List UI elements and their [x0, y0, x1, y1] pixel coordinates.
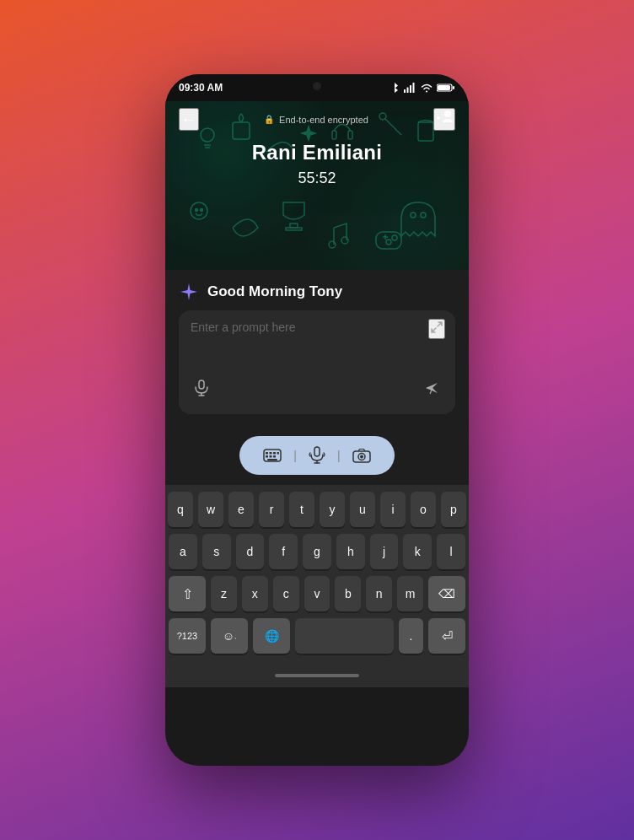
keyboard-row-1: q w e r t y u i o p	[169, 492, 465, 527]
svg-rect-29	[266, 452, 268, 455]
chat-header: ← 🔒 End-to-end encrypted Rani Emiliani 5…	[165, 101, 469, 270]
numbers-key[interactable]: ?123	[169, 618, 206, 654]
svg-rect-37	[314, 447, 320, 456]
svg-rect-3	[413, 83, 415, 93]
expand-icon	[430, 320, 443, 334]
key-w[interactable]: w	[198, 492, 223, 527]
key-c[interactable]: c	[273, 576, 299, 611]
shift-key[interactable]: ⇧	[169, 576, 206, 611]
svg-rect-0	[404, 89, 406, 93]
period-key[interactable]: .	[399, 618, 423, 654]
prompt-mic-button[interactable]	[191, 376, 212, 404]
battery-icon	[437, 83, 455, 93]
divider-2: |	[337, 449, 341, 462]
emoji-key[interactable]: ☺,	[211, 618, 248, 654]
phone-frame: 09:30 AM	[165, 74, 469, 766]
keyboard-row-2: a s d f g h j k l	[169, 534, 465, 569]
encryption-label: End-to-end encrypted	[279, 115, 368, 125]
mic-icon	[194, 380, 209, 396]
key-r[interactable]: r	[259, 492, 284, 527]
key-e[interactable]: e	[228, 492, 254, 527]
key-v[interactable]: v	[304, 576, 330, 611]
bluetooth-icon	[390, 82, 400, 94]
prompt-actions	[191, 373, 443, 404]
svg-point-42	[360, 455, 363, 459]
svg-rect-35	[273, 455, 276, 458]
ai-greeting: Good Morning Tony	[179, 282, 455, 302]
ai-greeting-text: Good Morning Tony	[207, 283, 342, 300]
svg-rect-25	[199, 380, 204, 389]
key-i[interactable]: i	[380, 492, 406, 527]
key-j[interactable]: j	[370, 534, 399, 569]
key-q[interactable]: q	[168, 492, 193, 527]
ai-star-icon	[179, 282, 199, 302]
globe-key[interactable]: 🌐	[253, 618, 290, 654]
status-time: 09:30 AM	[179, 82, 223, 94]
key-h[interactable]: h	[336, 534, 365, 569]
key-u[interactable]: u	[350, 492, 375, 527]
enter-key[interactable]: ⏎	[428, 618, 465, 654]
svg-rect-36	[267, 459, 277, 460]
voice-mode-icon	[309, 446, 325, 465]
expand-button[interactable]	[428, 319, 445, 339]
keyboard: q w e r t y u i o p a s d f g h j k l ⇧ …	[165, 485, 469, 664]
lock-icon: 🔒	[264, 115, 274, 124]
keyboard-row-3: ⇧ z x c v b n m ⌫	[169, 576, 465, 611]
prompt-input[interactable]	[191, 320, 443, 363]
voice-mode-button[interactable]	[298, 443, 336, 468]
send-button[interactable]	[420, 376, 443, 404]
camera-mode-button[interactable]	[342, 444, 381, 466]
keyboard-mode-icon	[263, 449, 282, 462]
bottom-bar	[165, 664, 469, 687]
key-a[interactable]: a	[169, 534, 197, 569]
key-x[interactable]: x	[242, 576, 268, 611]
key-o[interactable]: o	[411, 492, 436, 527]
camera-notch	[266, 74, 368, 98]
encryption-indicator: 🔒 End-to-end encrypted	[264, 115, 368, 125]
input-mode-bar: | |	[165, 426, 469, 485]
keyboard-row-bottom: ?123 ☺, 🌐 . ⏎	[169, 618, 465, 654]
back-button[interactable]: ←	[179, 108, 199, 131]
key-l[interactable]: l	[437, 534, 465, 569]
svg-rect-30	[270, 452, 272, 455]
svg-rect-31	[273, 452, 276, 455]
mode-pill: | |	[239, 436, 394, 475]
key-m[interactable]: m	[397, 576, 423, 611]
svg-rect-33	[266, 455, 268, 458]
prompt-box[interactable]	[179, 310, 455, 414]
key-b[interactable]: b	[335, 576, 361, 611]
key-t[interactable]: t	[289, 492, 314, 527]
backspace-key[interactable]: ⌫	[428, 576, 465, 611]
send-icon	[423, 380, 440, 396]
key-g[interactable]: g	[303, 534, 331, 569]
svg-rect-5	[438, 85, 450, 90]
svg-rect-32	[277, 452, 280, 455]
key-n[interactable]: n	[366, 576, 392, 611]
contact-name: Rani Emiliani	[179, 141, 455, 164]
space-key[interactable]	[295, 618, 394, 654]
header-nav: ← 🔒 End-to-end encrypted	[179, 108, 455, 131]
signal-icon	[403, 83, 416, 93]
add-user-icon	[435, 110, 454, 125]
header-content: ← 🔒 End-to-end encrypted Rani Emiliani 5…	[165, 101, 469, 207]
svg-rect-34	[270, 455, 272, 458]
status-bar: 09:30 AM	[165, 74, 469, 101]
status-icons	[390, 82, 455, 94]
divider-1: |	[293, 449, 297, 462]
camera-mode-icon	[352, 448, 371, 463]
key-z[interactable]: z	[211, 576, 237, 611]
svg-rect-6	[453, 86, 454, 89]
svg-rect-2	[410, 85, 411, 93]
wifi-icon	[420, 83, 433, 93]
key-s[interactable]: s	[202, 534, 231, 569]
keyboard-mode-button[interactable]	[253, 445, 292, 466]
key-p[interactable]: p	[441, 492, 466, 527]
key-d[interactable]: d	[236, 534, 265, 569]
camera-dot	[313, 82, 321, 90]
add-user-button[interactable]	[433, 108, 455, 131]
svg-rect-1	[407, 88, 409, 94]
call-timer: 55:52	[179, 170, 455, 187]
key-y[interactable]: y	[320, 492, 345, 527]
key-k[interactable]: k	[403, 534, 432, 569]
key-f[interactable]: f	[269, 534, 298, 569]
